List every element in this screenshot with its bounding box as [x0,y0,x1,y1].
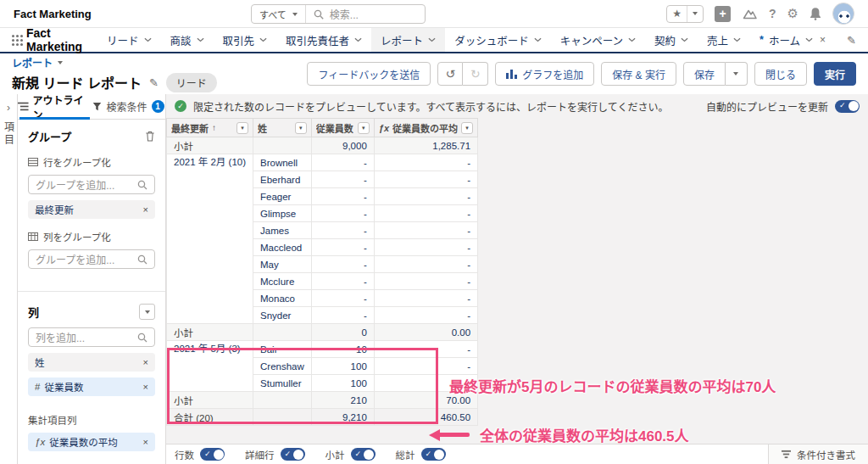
help-icon[interactable]: ? [769,7,776,20]
trailhead-icon[interactable] [742,8,758,20]
search-input[interactable]: 検索... [306,5,366,23]
expand-panel-chevron-icon[interactable]: › [7,102,10,114]
nav-tab-キャンペーン[interactable]: キャンペーン [551,28,645,52]
global-actions: ★ + ? ⚙ [666,3,854,25]
add-column-group-input[interactable]: グループを追加... [28,249,155,269]
toggle-switch[interactable]: ✓ [351,448,376,461]
add-chart-button[interactable]: グラフを追加 [495,62,594,86]
column-header-last-modified: 最終更新 ↑ ▾ [167,119,253,137]
columns-section-title: 列 [28,304,39,320]
auto-update-toggle[interactable]: ✓ [835,100,860,113]
average-cell: - [374,307,477,324]
detail-row: 2021 年 2月 (10)Brownell-- [167,154,478,171]
total-label-cell: 合計 (20) [167,409,253,426]
remove-pill-icon[interactable]: × [143,382,148,392]
nav-tab-リード[interactable]: リード [97,28,161,52]
pill-従業員数の平均[interactable]: ƒx従業員数の平均× [28,433,155,451]
add-row-group-input[interactable]: グループを追加... [28,175,155,194]
pill-姓[interactable]: 姓× [28,353,155,372]
average-cell: - [374,290,477,307]
average-cell: - [374,205,477,222]
notifications-bell-icon[interactable] [810,7,821,20]
remove-pill-icon[interactable]: × [143,357,148,367]
average-cell: - [374,273,477,290]
feedback-button[interactable]: フィードバックを送信 [307,62,431,86]
trash-icon[interactable] [145,131,155,142]
pill-最終更新[interactable]: 最終更新× [28,200,155,219]
favorites-button[interactable]: ★ [666,5,704,23]
empty-cell [253,409,312,426]
close-tab-icon[interactable]: × [820,34,826,46]
nav-tab-レポート[interactable]: レポート [371,28,445,52]
global-search[interactable]: すべて 検索... [251,4,426,24]
tab-filters[interactable]: 検索条件 1 [92,94,165,119]
setup-gear-icon[interactable]: ⚙ [787,6,798,21]
columns-menu-button[interactable] [139,304,155,320]
remove-pill-icon[interactable]: × [143,437,148,447]
outline-panel: アウトライン 検索条件 1 グループ 行をグループ化 グループ [18,94,166,464]
close-button[interactable]: 閉じる [754,62,807,86]
search-scope-dropdown[interactable]: すべて [252,5,306,23]
favorites-dropdown[interactable] [687,6,703,22]
annotation-arrow-left-icon [429,429,470,441]
average-cell: 460.50 [374,409,477,426]
edit-title-pencil-icon[interactable]: ✎ [149,76,159,89]
row-group-pills: 最終更新× [28,200,155,219]
column-menu-button[interactable]: ▾ [236,122,248,134]
footer-toggle-総計: 総計✓ [396,448,446,461]
column-menu-button[interactable]: ▾ [461,122,473,134]
save-and-run-button[interactable]: 保存 & 実行 [601,62,676,86]
toggle-switch[interactable]: ✓ [200,448,225,461]
redo-button[interactable]: ↻ [463,62,488,86]
object-badge: リード [166,73,217,92]
save-button[interactable]: 保存 [683,62,726,86]
column-header-last-name: 姓 ▾ [253,119,312,137]
outline-list-icon [18,102,29,111]
conditional-formatting-button[interactable]: 条件付き書式 [768,444,868,464]
footer-toggle-詳細行: 詳細行✓ [245,448,305,461]
nav-tab-売上[interactable]: 売上 [698,28,750,52]
group-columns-icon [28,232,38,241]
total-row: 合計 (20)9,210460.50 [167,409,478,426]
pill-従業員数[interactable]: #従業員数× [28,377,155,396]
nav-tab-ホーム[interactable]: *ホーム× [750,28,835,52]
star-icon[interactable]: ★ [667,8,687,20]
save-dropdown-button[interactable] [726,62,748,86]
last-name-cell: Crenshaw [253,358,312,375]
edit-nav-pencil-icon[interactable]: ✎ [835,28,868,52]
run-button[interactable]: 実行 [814,62,856,86]
user-avatar[interactable] [832,3,854,25]
tab-outline[interactable]: アウトライン [18,94,92,119]
toggle-switch[interactable]: ✓ [421,448,446,461]
undo-icon: ↺ [445,67,455,81]
app-launcher-icon [12,35,14,37]
average-cell: - [374,154,477,171]
column-header-employees: 従業員数 ▾ [311,119,374,137]
nav-tab-取引先[interactable]: 取引先 [214,28,277,52]
undo-button[interactable]: ↺ [437,62,463,86]
search-placeholder: 検索... [330,7,359,21]
groups-section-title: グループ [28,128,71,144]
redo-icon: ↻ [470,67,481,81]
nav-tab-取引先責任者[interactable]: 取引先責任者 [276,28,371,52]
conditional-format-icon [782,450,791,459]
subtotal-label-cell: 小計 [167,392,253,409]
nav-tab-ダッシュボード[interactable]: ダッシュボード [445,28,551,52]
column-menu-button[interactable]: ▾ [295,122,307,134]
auto-update-label: 自動的にプレビューを更新 [706,99,828,114]
remove-pill-icon[interactable]: × [143,204,148,215]
nav-tab-商談[interactable]: 商談 [161,28,214,52]
column-menu-button[interactable]: ▾ [358,122,370,134]
app-launcher-button[interactable] [12,28,26,52]
toggle-switch[interactable]: ✓ [281,448,305,461]
add-column-input[interactable]: 列を追加... [28,327,155,347]
chevron-down-icon [428,37,436,42]
last-name-cell: Mcclure [253,273,312,290]
fields-panel-collapsed[interactable]: › 項目 [0,94,18,464]
global-add-icon[interactable]: + [715,6,731,22]
group-label-cell: 2021 年 2月 (10) [167,154,253,324]
search-icon [137,180,147,190]
nav-tab-契約[interactable]: 契約 [645,28,698,52]
chevron-down-icon [681,37,688,42]
breadcrumb[interactable]: レポート [12,55,217,70]
